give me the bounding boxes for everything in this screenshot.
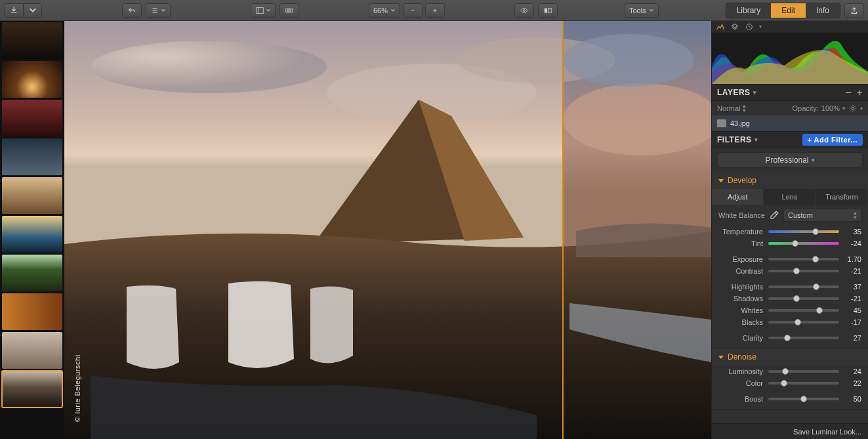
white-balance-row: White Balance Custom ▴▾: [712, 205, 868, 226]
filmstrip-toggle-button[interactable]: [279, 3, 299, 18]
zoom-in-button[interactable]: +: [425, 3, 445, 18]
thumb-10[interactable]: [2, 371, 62, 408]
stepper-icon[interactable]: ▴▾: [743, 104, 746, 113]
thumb-9[interactable]: [2, 332, 62, 369]
slider-knob[interactable]: [782, 368, 789, 375]
remove-layer-button[interactable]: −: [845, 89, 852, 96]
slider-knob[interactable]: [812, 228, 819, 235]
thumb-6[interactable]: [2, 216, 62, 253]
boost-value[interactable]: 50: [844, 395, 861, 403]
share-button[interactable]: [844, 3, 864, 18]
tab-adjust[interactable]: Adjust: [712, 189, 764, 205]
import-button[interactable]: [4, 3, 24, 18]
color-track[interactable]: [768, 382, 839, 385]
chevron-down-icon: [390, 6, 396, 15]
tab-edit[interactable]: Edit: [771, 3, 806, 18]
shadows-value[interactable]: -21: [844, 295, 861, 303]
slider-knob[interactable]: [792, 240, 798, 247]
layer-name: 43.jpg: [730, 119, 750, 127]
tab-transform[interactable]: Transform: [816, 189, 868, 205]
luminosity-value[interactable]: 24: [844, 367, 861, 375]
zoom-out-button[interactable]: −: [403, 3, 423, 18]
plus-icon: +: [433, 7, 437, 14]
svg-rect-3: [288, 9, 290, 12]
thumb-7[interactable]: [2, 255, 62, 291]
layer-blend-row: Normal ▴▾ Opacity: 100% ▾ ▾: [712, 101, 868, 115]
compare-split-button[interactable]: [538, 3, 558, 18]
histogram-icon[interactable]: [716, 22, 725, 31]
add-filter-button[interactable]: + Add Filter...: [802, 134, 863, 146]
highlights-track[interactable]: [768, 285, 839, 288]
chevron-down-icon: ▾: [754, 136, 758, 143]
save-look-button[interactable]: Save Luminar Look...: [712, 423, 868, 439]
gear-icon[interactable]: [848, 104, 858, 113]
layers-icon[interactable]: [730, 22, 739, 31]
filters-header[interactable]: FILTERS ▾ + Add Filter...: [712, 131, 868, 148]
thumb-2[interactable]: [2, 61, 62, 98]
temperature-value[interactable]: 35: [844, 228, 861, 236]
tab-lens[interactable]: Lens: [764, 189, 816, 205]
exposure-track[interactable]: [768, 258, 839, 261]
highlights-slider: Highlights 37: [712, 281, 868, 293]
luminosity-track[interactable]: [768, 370, 839, 373]
slider-knob[interactable]: [793, 268, 800, 274]
layer-item[interactable]: 43.jpg: [712, 115, 868, 131]
thumb-5[interactable]: [2, 177, 62, 214]
clarity-track[interactable]: [768, 337, 839, 339]
highlights-value[interactable]: 37: [844, 283, 861, 291]
thumb-8[interactable]: [2, 293, 62, 330]
contrast-value[interactable]: -21: [844, 267, 861, 275]
slider-knob[interactable]: [800, 396, 807, 402]
blacks-value[interactable]: -17: [844, 318, 861, 326]
slider-knob[interactable]: [813, 283, 819, 290]
undo-button[interactable]: [122, 3, 142, 18]
filter-preset-dropdown[interactable]: Professional ▾: [717, 152, 863, 168]
temperature-track[interactable]: [768, 230, 839, 233]
slider-knob[interactable]: [784, 335, 791, 341]
boost-track[interactable]: [768, 398, 839, 400]
tint-track[interactable]: [768, 242, 839, 245]
canvas[interactable]: © Iurie Belegurschi: [64, 21, 711, 439]
wb-preset-dropdown[interactable]: Custom ▴▾: [783, 209, 861, 222]
clock-icon[interactable]: [745, 22, 754, 31]
thumb-3[interactable]: [2, 100, 62, 136]
develop-section: Develop Adjust Lens Transform White Bala…: [712, 172, 868, 348]
shadows-track[interactable]: [768, 297, 839, 300]
denoise-header[interactable]: Denoise: [712, 348, 868, 366]
slider-knob[interactable]: [795, 319, 801, 325]
layers-header[interactable]: LAYERS ▾ − +: [712, 84, 868, 101]
history-dropdown[interactable]: [146, 3, 171, 18]
import-dropdown[interactable]: [24, 3, 42, 18]
blend-mode-dropdown[interactable]: Normal: [717, 104, 740, 112]
add-layer-button[interactable]: +: [857, 89, 863, 96]
tint-value[interactable]: -24: [844, 240, 861, 247]
chevron-down-icon: [266, 6, 271, 15]
develop-header[interactable]: Develop: [712, 172, 868, 189]
slider-knob[interactable]: [793, 295, 800, 302]
share-icon: [850, 6, 859, 15]
contrast-track[interactable]: [768, 270, 839, 272]
clarity-value[interactable]: 27: [844, 334, 861, 342]
whites-value[interactable]: 45: [844, 306, 861, 314]
color-value[interactable]: 22: [844, 379, 861, 387]
tools-dropdown[interactable]: Tools: [625, 3, 659, 18]
slider-knob[interactable]: [816, 307, 823, 314]
thumb-1[interactable]: [2, 22, 62, 59]
eyedropper-button[interactable]: [769, 210, 779, 220]
panel-layout-button[interactable]: [251, 3, 276, 18]
histogram[interactable]: [712, 33, 868, 84]
zoom-level-dropdown[interactable]: 66%: [369, 3, 400, 18]
thumb-4[interactable]: [2, 138, 62, 175]
filters-scroll[interactable]: Develop Adjust Lens Transform White Bala…: [712, 172, 868, 423]
slider-knob[interactable]: [812, 256, 819, 262]
opacity-value[interactable]: 100%: [821, 104, 840, 112]
preview-original-button[interactable]: [514, 3, 534, 18]
blacks-track[interactable]: [768, 321, 839, 324]
tab-library[interactable]: Library: [726, 3, 772, 18]
exposure-value[interactable]: 1.70: [844, 255, 861, 263]
chevron-down-icon: ▾: [842, 105, 846, 112]
compare-split-handle[interactable]: [562, 21, 564, 439]
whites-track[interactable]: [768, 309, 839, 312]
tab-info[interactable]: Info: [806, 3, 840, 18]
slider-knob[interactable]: [781, 380, 787, 387]
